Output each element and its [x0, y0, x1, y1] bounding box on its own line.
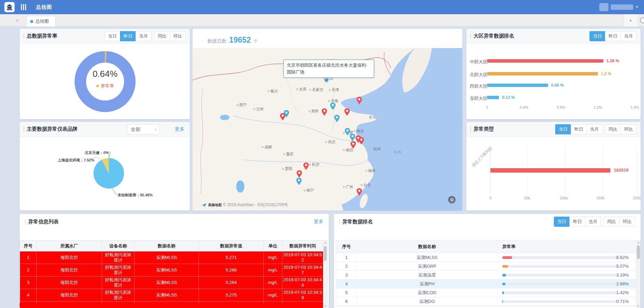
panel-info-list: 异常信息列表 更多 序号所属水厂设备名称数据名称数据异常值单位数据异常时间 1海…	[20, 214, 329, 308]
menu-toggle-icon[interactable]	[21, 4, 28, 10]
panel-title: 总数据异常率	[24, 33, 57, 39]
tab-当月[interactable]: 当月	[136, 31, 152, 41]
tab-同比[interactable]: 同比	[604, 217, 620, 227]
rank-row[interactable]: 1实测MLSS8.62%	[336, 253, 637, 262]
region-label: 中部大区	[470, 59, 489, 65]
tab-环比[interactable]: 环比	[619, 217, 635, 227]
scroll-down-icon[interactable]: ▼	[637, 305, 640, 307]
tabs-scroll-left-icon[interactable]: ‹	[16, 17, 18, 24]
panel-info-list-header: 异常信息列表 更多	[20, 214, 329, 229]
rank-row[interactable]: 6实测DO0.71%	[336, 297, 637, 306]
rank-row[interactable]: 2实测ORP5.07%	[336, 262, 637, 271]
axis-tick-label: 1.2%	[593, 105, 602, 109]
table-row[interactable]: 2海阳北控好氧池污泥浓度计实测MLSS5.266mg/L2019-07-03 1…	[20, 264, 323, 277]
rank-bar-track	[502, 265, 617, 268]
tab-昨日[interactable]: 昨日	[120, 31, 136, 41]
user-dropdown-caret[interactable]: ▾	[636, 4, 638, 9]
city-dot-icon	[262, 146, 263, 148]
station-pin-icon-red[interactable]	[322, 108, 327, 116]
tab-当日[interactable]: 当日	[589, 31, 605, 41]
city-dot-icon	[343, 149, 345, 151]
rank-row[interactable]: 3实测温度3.19%	[336, 271, 637, 280]
table-cell: 5.264	[199, 277, 264, 289]
station-pin-icon-red[interactable]	[297, 170, 302, 178]
table-cell: 好氧池污泥浓度计	[102, 251, 135, 264]
station-pin-icon-blue[interactable]	[330, 103, 336, 110]
city-label: 石家庄	[309, 87, 323, 92]
avatar[interactable]	[599, 3, 608, 11]
tab-同比[interactable]: 同比	[154, 31, 170, 41]
rank-no: 1	[336, 255, 357, 260]
column-header: 序号	[20, 241, 37, 251]
table-cell: 好氧池污泥浓度计	[102, 277, 135, 289]
tabs-scroll-right-icon[interactable]: ›	[624, 14, 637, 26]
table-row[interactable]: 3海阳北控好氧池污泥浓度计实测MLSS5.264mg/L2019-07-03 1…	[20, 277, 323, 289]
total-unit: 个	[254, 38, 258, 44]
city-name: 郑州	[311, 109, 319, 114]
station-pin-icon-red[interactable]	[344, 108, 350, 116]
table-row[interactable]: 1海阳北控好氧池污泥浓度计实测MLSS5.271mg/L2019-07-03 1…	[20, 251, 323, 264]
tab-options-icon[interactable]	[640, 17, 644, 23]
scrollbar-thumb[interactable]	[637, 245, 640, 259]
info-table-scrollbar[interactable]: ▲ ▼	[323, 240, 327, 308]
station-pin-icon-blue[interactable]	[345, 128, 350, 135]
table-row[interactable]: 4海阳北控好氧池污泥浓度计实测MLSS5.275mg/L2019-07-03 1…	[20, 289, 323, 302]
station-pin-icon-red[interactable]	[303, 162, 309, 170]
region-bar-value: 0.13 %	[502, 95, 515, 100]
table-cell: mg/L	[264, 251, 282, 264]
region-bar	[487, 72, 598, 75]
tab-昨日[interactable]: 昨日	[605, 31, 621, 41]
scroll-up-icon[interactable]: ▲	[637, 241, 640, 244]
scroll-down-icon[interactable]: ▼	[323, 305, 327, 307]
map-attribution: 高德地图 © 2019 AutoNavi - GS(2018)1709号	[201, 202, 288, 208]
tab-overview[interactable]: 总括图	[26, 16, 56, 26]
city-label: 西宁	[237, 103, 247, 108]
page-title: 总括图	[36, 4, 52, 10]
table-row-partial	[20, 303, 323, 308]
tab-环比[interactable]: 环比	[170, 31, 186, 41]
tab-当日[interactable]: 当日	[104, 31, 120, 41]
station-pin-icon-red[interactable]	[357, 97, 362, 104]
panel-title: 异常信息列表	[25, 219, 59, 225]
map-locate-button[interactable]	[448, 196, 456, 203]
scroll-up-icon[interactable]: ▲	[323, 241, 327, 244]
region-bar	[487, 59, 603, 63]
station-pin-icon-blue[interactable]	[350, 134, 355, 141]
tab-当月[interactable]: 当月	[585, 217, 601, 227]
station-pin-icon-blue[interactable]	[284, 110, 289, 117]
leader-line	[112, 187, 117, 195]
pie-label: 未知制造商：92.48%	[118, 193, 153, 198]
rank-bar-track	[502, 283, 617, 285]
selected-station-marker[interactable]	[325, 79, 328, 82]
station-pin-icon-blue[interactable]	[334, 115, 340, 122]
tab-昨日[interactable]: 昨日	[569, 217, 585, 227]
column-header: 数据异常值	[199, 241, 264, 251]
city-name: 黄海	[369, 115, 376, 120]
city-dot-icon	[282, 168, 284, 170]
pie-slice-beijing[interactable]	[109, 154, 109, 158]
city-name: 太原	[299, 87, 306, 92]
tab-当月[interactable]: 当月	[621, 31, 637, 41]
station-pin-icon-red[interactable]	[350, 141, 356, 149]
station-pin-icon-blue[interactable]	[296, 178, 302, 185]
rank-no: 2	[336, 264, 357, 269]
pie-chart	[20, 122, 190, 211]
rank-table-scrollbar[interactable]: ▲ ▼	[636, 240, 641, 308]
city-dot-icon	[254, 108, 255, 110]
station-pin-icon-red[interactable]	[359, 137, 364, 145]
rank-value: 0.71%	[616, 299, 629, 304]
rank-row[interactable]: 5实测COD1.42%	[336, 288, 637, 297]
city-label: 兰州	[254, 107, 264, 112]
city-dot-icon	[237, 104, 238, 106]
rank-row[interactable]: 4实测PH2.68%	[336, 280, 637, 288]
tab-当日[interactable]: 当日	[554, 217, 570, 227]
station-pin-icon-red[interactable]	[357, 188, 362, 196]
city-name: 武汉	[328, 139, 336, 145]
scrollbar-thumb[interactable]	[324, 246, 327, 261]
table-cell: 好氧池污泥浓度计	[102, 289, 135, 302]
column-header: 数据异常时间	[282, 241, 323, 251]
info-more-link[interactable]: 更多	[314, 219, 323, 225]
user-name[interactable]	[611, 4, 633, 10]
rank-name: 实测温度	[357, 271, 498, 279]
table-cell: 实测MLSS	[135, 277, 199, 289]
